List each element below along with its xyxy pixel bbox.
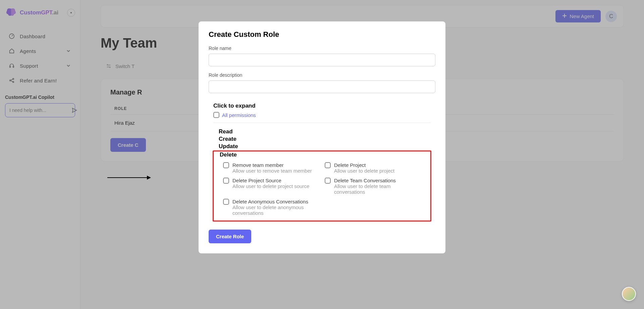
annotation-arrow — [107, 174, 151, 181]
perm-title: Delete Project — [334, 162, 394, 168]
perm-desc: Allow user to remove team member — [232, 168, 312, 174]
all-permissions-checkbox-row[interactable]: All permissions — [213, 112, 431, 118]
checkbox-icon[interactable] — [325, 178, 331, 184]
checkbox-icon[interactable] — [223, 162, 229, 168]
perm-desc: Allow user to delete project source — [232, 183, 309, 189]
section-update[interactable]: Update — [213, 143, 431, 150]
perm-desc: Allow user to delete anonymous conversat… — [232, 204, 319, 216]
section-create[interactable]: Create — [213, 136, 431, 142]
role-name-label: Role name — [209, 46, 435, 51]
perm-title: Remove team member — [232, 162, 312, 168]
perm-title: Delete Team Conversations — [334, 178, 421, 183]
role-description-input[interactable] — [209, 80, 435, 93]
role-description-label: Role description — [209, 72, 435, 78]
checkbox-icon[interactable] — [223, 178, 229, 184]
role-name-input[interactable] — [209, 54, 435, 66]
perm-title: Delete Anonymous Conversations — [232, 199, 319, 204]
modal-overlay[interactable]: Create Custom Role Role name Role descri… — [0, 0, 644, 309]
all-permissions-label: All permissions — [222, 112, 256, 118]
divider — [213, 123, 431, 123]
perm-desc: Allow user to delete project — [334, 168, 394, 174]
section-read[interactable]: Read — [213, 128, 431, 135]
perm-delete-project[interactable]: Delete Project Allow user to delete proj… — [325, 162, 421, 174]
perm-title: Delete Project Source — [232, 178, 309, 183]
create-role-submit-button[interactable]: Create Role — [209, 230, 251, 243]
perm-remove-team-member[interactable]: Remove team member Allow user to remove … — [223, 162, 319, 174]
perm-delete-team-conversations[interactable]: Delete Team Conversations Allow user to … — [325, 178, 421, 195]
checkbox-icon[interactable] — [325, 162, 331, 168]
create-role-modal: Create Custom Role Role name Role descri… — [199, 21, 445, 253]
perm-delete-anonymous-conversations[interactable]: Delete Anonymous Conversations Allow use… — [223, 199, 319, 216]
checkbox-icon[interactable] — [213, 112, 219, 118]
help-chat-bubble[interactable] — [622, 287, 636, 301]
checkbox-icon[interactable] — [223, 199, 229, 205]
svg-marker-8 — [147, 176, 151, 180]
expand-heading[interactable]: Click to expand — [213, 103, 431, 109]
section-delete[interactable]: Delete — [214, 151, 430, 158]
highlighted-delete-section: Delete Remove team member Allow user to … — [213, 150, 431, 222]
perm-desc: Allow user to delete team conversations — [334, 183, 421, 195]
modal-title: Create Custom Role — [209, 30, 435, 39]
perm-delete-project-source[interactable]: Delete Project Source Allow user to dele… — [223, 178, 319, 195]
